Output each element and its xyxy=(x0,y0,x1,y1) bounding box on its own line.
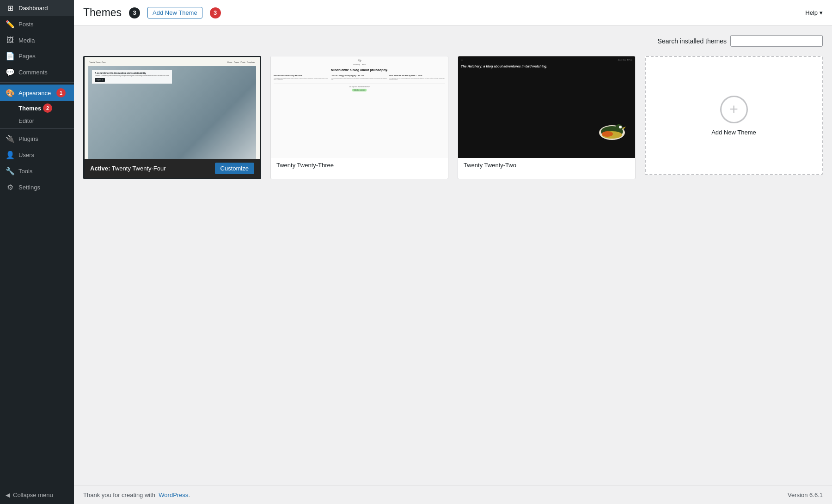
sidebar-item-settings[interactable]: ⚙ Settings xyxy=(0,179,74,195)
ttf-text-block: A commitment to innovation and sustainab… xyxy=(92,70,172,84)
tt3-footer: Got any book recommendations? Submit a c… xyxy=(274,86,445,91)
svg-point-5 xyxy=(602,131,613,137)
tt3-col-2: Tao Te Ching (Daodejing) by Lao Tzu This… xyxy=(331,74,387,81)
settings-icon: ⚙ xyxy=(6,183,15,192)
collapse-arrow-icon: ◀ xyxy=(6,492,10,498)
sidebar-item-dashboard[interactable]: ⊞ Dashboard xyxy=(0,0,74,16)
tt3-columns: Nicomachean Ethics by Aristotle Aristotl… xyxy=(274,74,445,81)
search-bar: Search installed themes xyxy=(83,35,823,47)
sidebar-item-users[interactable]: 👤 Users xyxy=(0,147,74,163)
tools-icon: 🔧 xyxy=(6,167,15,176)
footer-thank-you: Thank you for creating with xyxy=(83,492,155,498)
theme-name-tt3: Twenty Twenty-Three xyxy=(276,162,334,169)
theme-card-twenty-twenty-two[interactable]: ∞∞ About Birds All Posts The Hatchery: a… xyxy=(458,56,636,179)
wordpress-link[interactable]: WordPress xyxy=(159,492,188,498)
collapse-menu-label: Collapse menu xyxy=(13,492,53,498)
sidebar-label-posts: Posts xyxy=(18,21,34,28)
themes-badge: 2 xyxy=(43,103,52,113)
footer-left: Thank you for creating with WordPress. xyxy=(83,492,190,498)
theme-card-twenty-twenty-three[interactable]: TTy PhilosophyAbout Mindblown: a blog ab… xyxy=(270,56,448,179)
bird-illustration xyxy=(593,116,630,144)
tt3-title: Mindblown: a blog about philosophy. xyxy=(274,68,445,72)
theme-card-twenty-twenty-four[interactable]: Twenty Twenty Four Home Pages Posts Temp… xyxy=(83,56,261,179)
add-new-theme-button[interactable]: Add New Theme xyxy=(147,7,202,18)
add-new-theme-card[interactable]: + Add New Theme xyxy=(645,56,823,175)
help-chevron-icon: ▾ xyxy=(820,9,823,16)
collapse-menu-button[interactable]: ◀ Collapse menu xyxy=(0,486,74,504)
dashboard-icon: ⊞ xyxy=(6,4,15,12)
footer-version: Version 6.6.1 xyxy=(788,492,823,498)
search-label: Search installed themes xyxy=(658,37,727,45)
topbar-left: Themes 3 Add New Theme 3 xyxy=(83,6,221,19)
sidebar-label-plugins: Plugins xyxy=(18,135,38,142)
sidebar-label-tools: Tools xyxy=(18,168,32,175)
sidebar-label-dashboard: Dashboard xyxy=(18,5,48,12)
add-theme-label: Add New Theme xyxy=(711,129,756,136)
editor-sub-label: Editor xyxy=(18,117,34,124)
svg-point-2 xyxy=(615,124,623,132)
customize-button[interactable]: Customize xyxy=(215,163,254,174)
theme-preview-ttf: Twenty Twenty Four Home Pages Posts Temp… xyxy=(85,57,260,159)
themes-sub-label: Themes xyxy=(18,105,41,112)
tt3-nav: PhilosophyAbout xyxy=(274,64,445,66)
sidebar-label-comments: Comments xyxy=(18,69,48,76)
page-footer: Thank you for creating with WordPress. V… xyxy=(74,486,832,504)
themes-grid: Twenty Twenty Four Home Pages Posts Temp… xyxy=(83,56,823,179)
sidebar-item-editor[interactable]: Editor xyxy=(0,115,74,127)
sidebar-item-tools[interactable]: 🔧 Tools xyxy=(0,163,74,179)
theme-active-footer: Active: Twenty Twenty-Four Customize xyxy=(85,159,260,178)
appearance-badge: 1 xyxy=(56,88,66,97)
comments-icon: 💬 xyxy=(6,68,15,77)
pages-icon: 📄 xyxy=(6,52,15,61)
sidebar-item-media[interactable]: 🖼 Media xyxy=(0,32,74,48)
sidebar-item-appearance[interactable]: 🎨 Appearance 1 xyxy=(0,85,74,101)
sidebar-label-users: Users xyxy=(18,152,34,158)
sidebar-item-pages[interactable]: 📄 Pages xyxy=(0,48,74,64)
sidebar-label-pages: Pages xyxy=(18,53,36,60)
tt3-site-name: TTy xyxy=(274,59,445,62)
page-title: Themes xyxy=(83,6,122,19)
themes-count-badge: 3 xyxy=(129,7,140,18)
theme-name-tt2: Twenty Twenty-Two xyxy=(464,162,516,169)
media-icon: 🖼 xyxy=(6,36,15,44)
plus-icon: + xyxy=(720,96,748,123)
plugins-icon: 🔌 xyxy=(6,134,15,143)
active-label: Active: Twenty Twenty-Four xyxy=(90,165,166,172)
sidebar-item-posts[interactable]: ✏️ Posts xyxy=(0,16,74,32)
theme-footer-tt2: Twenty Twenty-Two xyxy=(458,158,635,172)
svg-point-3 xyxy=(619,126,622,128)
ttf-hero: A commitment to innovation and sustainab… xyxy=(88,66,256,159)
theme-preview-tt2: ∞∞ About Birds All Posts The Hatchery: a… xyxy=(458,56,635,158)
content-area: Search installed themes Twenty Twenty Fo… xyxy=(74,26,832,486)
users-icon: 👤 xyxy=(6,151,15,159)
posts-icon: ✏️ xyxy=(6,20,15,29)
tt2-nav: ∞∞ About Birds All Posts xyxy=(461,59,632,61)
ttf-nav: Twenty Twenty Four Home Pages Posts Temp… xyxy=(88,61,256,63)
sidebar-item-comments[interactable]: 💬 Comments xyxy=(0,64,74,80)
topbar: Themes 3 Add New Theme 3 Help ▾ xyxy=(74,0,832,26)
sidebar-item-plugins[interactable]: 🔌 Plugins xyxy=(0,131,74,147)
sidebar-label-appearance: Appearance xyxy=(18,90,51,97)
theme-preview-tt3: TTy PhilosophyAbout Mindblown: a blog ab… xyxy=(271,56,448,158)
tt2-hero-text: The Hatchery: a blog about adventures in… xyxy=(461,65,632,68)
appearance-icon: 🎨 xyxy=(6,89,15,97)
main-area: Themes 3 Add New Theme 3 Help ▾ Search i… xyxy=(74,0,832,504)
sidebar-item-themes[interactable]: Themes 2 xyxy=(0,101,74,115)
help-label: Help xyxy=(805,9,818,16)
sidebar: ⊞ Dashboard ✏️ Posts 🖼 Media 📄 Pages 💬 C… xyxy=(0,0,74,504)
sidebar-label-settings: Settings xyxy=(18,184,40,191)
search-input[interactable] xyxy=(730,35,823,47)
sidebar-label-media: Media xyxy=(18,37,35,44)
notification-badge: 3 xyxy=(210,7,221,18)
tt3-col-3: I Am Because We Are by Fred L. Hord I Am… xyxy=(389,74,445,81)
tt3-col-1: Nicomachean Ethics by Aristotle Aristotl… xyxy=(274,74,330,81)
help-button[interactable]: Help ▾ xyxy=(805,9,823,16)
theme-footer-tt3: Twenty Twenty-Three xyxy=(271,158,448,172)
